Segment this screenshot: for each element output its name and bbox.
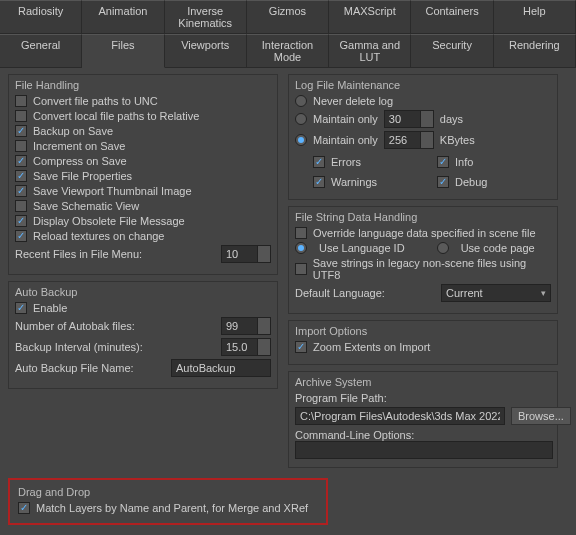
group-auto-backup: Auto Backup Enable Number of Autobak fil… [8, 281, 278, 389]
checkbox-label: Compress on Save [33, 155, 127, 167]
group-string-handling: File String Data Handling Override langu… [288, 206, 558, 314]
tab-row-2: GeneralFilesViewportsInteraction ModeGam… [0, 34, 576, 68]
group-title: Auto Backup [15, 286, 271, 298]
use-lang-radio[interactable] [295, 242, 307, 254]
recent-files-label: Recent Files in File Menu: [15, 248, 142, 260]
group-title: Log File Maintenance [295, 79, 551, 91]
checkbox-label: Save File Properties [33, 170, 132, 182]
kb-spinner[interactable]: 256 [384, 131, 434, 149]
checkbox[interactable] [15, 230, 27, 242]
checkbox-label: Reload textures on change [33, 230, 164, 242]
group-title: Drag and Drop [18, 486, 318, 498]
save-legacy-checkbox[interactable] [295, 263, 307, 275]
tab-rendering[interactable]: Rendering [494, 34, 576, 67]
recent-files-spinner[interactable]: 10 [221, 245, 271, 263]
tab-container: RadiosityAnimationInverse KinematicsGizm… [0, 0, 576, 68]
maintain-days-radio[interactable] [295, 113, 307, 125]
backup-name-label: Auto Backup File Name: [15, 362, 134, 374]
checkbox-label: Save Schematic View [33, 200, 139, 212]
tab-animation[interactable]: Animation [82, 0, 164, 33]
interval-spinner[interactable]: 15.0 [221, 338, 271, 356]
tab-containers[interactable]: Containers [411, 0, 493, 33]
checkbox[interactable] [313, 156, 325, 168]
browse-button[interactable]: Browse... [511, 407, 571, 425]
checkbox[interactable] [15, 125, 27, 137]
checkbox-label: Info [455, 156, 473, 168]
group-log: Log File Maintenance Never delete log Ma… [288, 74, 558, 200]
group-title: File String Data Handling [295, 211, 551, 223]
zoom-label: Zoom Extents on Import [313, 341, 430, 353]
tab-gamma-and-lut[interactable]: Gamma and LUT [329, 34, 411, 67]
group-drag-drop: Drag and Drop Match Layers by Name and P… [8, 478, 328, 525]
match-layers-label: Match Layers by Name and Parent, for Mer… [36, 502, 308, 514]
tab-gizmos[interactable]: Gizmos [247, 0, 329, 33]
group-file-handling: File Handling Convert file paths to UNCC… [8, 74, 278, 275]
group-archive: Archive System Program File Path: C:\Pro… [288, 371, 558, 468]
checkbox[interactable] [15, 155, 27, 167]
match-layers-checkbox[interactable] [18, 502, 30, 514]
tab-radiosity[interactable]: Radiosity [0, 0, 82, 33]
tab-row-1: RadiosityAnimationInverse KinematicsGizm… [0, 0, 576, 34]
tab-general[interactable]: General [0, 34, 82, 67]
checkbox-label: Backup on Save [33, 125, 113, 137]
checkbox[interactable] [15, 185, 27, 197]
checkbox[interactable] [15, 95, 27, 107]
maintain-kb-radio[interactable] [295, 134, 307, 146]
maintain-kb-label: Maintain only [313, 134, 378, 146]
content-area: File Handling Convert file paths to UNCC… [0, 68, 576, 478]
checkbox[interactable] [437, 176, 449, 188]
tab-help[interactable]: Help [494, 0, 576, 33]
cmd-label: Command-Line Options: [295, 429, 551, 441]
days-suffix: days [440, 113, 463, 125]
checkbox-label: Warnings [331, 176, 377, 188]
override-checkbox[interactable] [295, 227, 307, 239]
path-field[interactable]: C:\Program Files\Autodesk\3ds Max 2022\m… [295, 407, 505, 425]
save-legacy-label: Save strings in legacy non-scene files u… [313, 257, 551, 281]
checkbox-label: Errors [331, 156, 361, 168]
group-title: File Handling [15, 79, 271, 91]
right-column: Log File Maintenance Never delete log Ma… [288, 74, 558, 474]
checkbox[interactable] [15, 215, 27, 227]
group-title: Archive System [295, 376, 551, 388]
override-label: Override language data specified in scen… [313, 227, 536, 239]
tab-interaction-mode[interactable]: Interaction Mode [247, 34, 329, 67]
num-autobak-spinner[interactable]: 99 [221, 317, 271, 335]
maintain-days-label: Maintain only [313, 113, 378, 125]
days-spinner[interactable]: 30 [384, 110, 434, 128]
cmd-field[interactable] [295, 441, 553, 459]
use-code-label: Use code page [461, 242, 535, 254]
backup-name-field[interactable]: AutoBackup [171, 359, 271, 377]
checkbox[interactable] [15, 140, 27, 152]
never-delete-label: Never delete log [313, 95, 393, 107]
default-lang-dropdown[interactable]: Current [441, 284, 551, 302]
tab-inverse-kinematics[interactable]: Inverse Kinematics [165, 0, 247, 33]
enable-label: Enable [33, 302, 67, 314]
checkbox[interactable] [15, 200, 27, 212]
tab-security[interactable]: Security [411, 34, 493, 67]
tab-viewports[interactable]: Viewports [165, 34, 247, 67]
kb-suffix: KBytes [440, 134, 475, 146]
interval-label: Backup Interval (minutes): [15, 341, 143, 353]
enable-checkbox[interactable] [15, 302, 27, 314]
checkbox-label: Convert file paths to UNC [33, 95, 158, 107]
group-import-options: Import Options Zoom Extents on Import [288, 320, 558, 365]
group-title: Import Options [295, 325, 551, 337]
tab-maxscript[interactable]: MAXScript [329, 0, 411, 33]
checkbox-label: Debug [455, 176, 487, 188]
checkbox-label: Convert local file paths to Relative [33, 110, 199, 122]
tab-files[interactable]: Files [82, 34, 164, 68]
checkbox[interactable] [313, 176, 325, 188]
use-lang-label: Use Language ID [319, 242, 405, 254]
checkbox[interactable] [437, 156, 449, 168]
never-delete-radio[interactable] [295, 95, 307, 107]
checkbox-label: Increment on Save [33, 140, 125, 152]
zoom-checkbox[interactable] [295, 341, 307, 353]
num-autobak-label: Number of Autobak files: [15, 320, 135, 332]
checkbox[interactable] [15, 110, 27, 122]
checkbox-label: Display Obsolete File Message [33, 215, 185, 227]
checkbox[interactable] [15, 170, 27, 182]
path-label: Program File Path: [295, 392, 551, 404]
checkbox-label: Save Viewport Thumbnail Image [33, 185, 192, 197]
default-lang-label: Default Language: [295, 287, 385, 299]
use-code-radio[interactable] [437, 242, 449, 254]
